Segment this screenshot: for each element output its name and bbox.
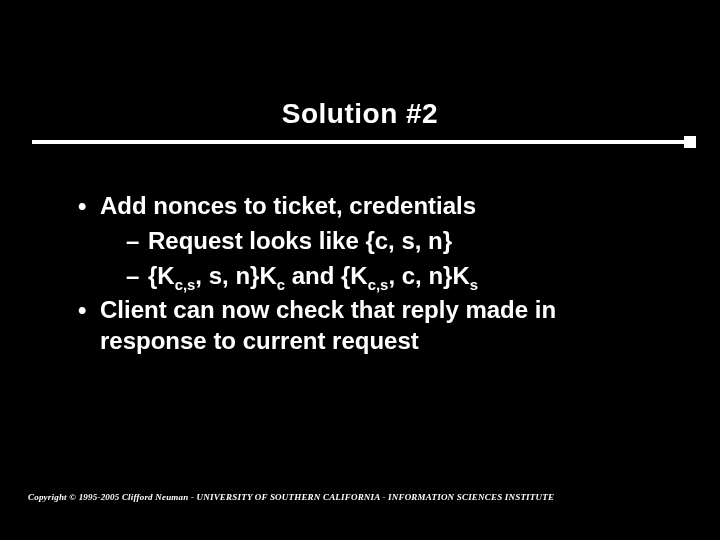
bullet-1b-text: {Kc,s, s, n}Kc and {Kc,s, c, n}Ks	[148, 260, 478, 292]
frag: , s, n}K	[195, 262, 276, 289]
title-underline	[32, 140, 688, 144]
subscript: s	[470, 276, 478, 292]
content-area: • Add nonces to ticket, credentials – Re…	[78, 190, 660, 360]
title-wrap: Solution #2	[0, 98, 720, 130]
bullet-1: • Add nonces to ticket, credentials	[78, 190, 660, 221]
bullet-2-text: Client can now check that reply made in …	[100, 294, 660, 356]
subscript: c,s	[368, 276, 389, 292]
slide: Solution #2 • Add nonces to ticket, cred…	[0, 0, 720, 540]
dash-icon: –	[126, 260, 148, 292]
subscript: c	[277, 276, 285, 292]
bullet-1a: – Request looks like {c, s, n}	[126, 225, 660, 257]
bullet-icon: •	[78, 294, 100, 325]
bullet-1-text: Add nonces to ticket, credentials	[100, 190, 476, 221]
frag: , c, n}K	[388, 262, 469, 289]
frag: and {K	[285, 262, 368, 289]
copyright-footer: Copyright © 1995-2005 Clifford Neuman - …	[28, 492, 554, 502]
bullet-1a-text: Request looks like {c, s, n}	[148, 225, 452, 257]
dash-icon: –	[126, 225, 148, 257]
title-endcap	[684, 136, 696, 148]
slide-title: Solution #2	[0, 98, 720, 130]
bullet-icon: •	[78, 190, 100, 221]
bullet-1b: – {Kc,s, s, n}Kc and {Kc,s, c, n}Ks	[126, 260, 660, 292]
bullet-2: • Client can now check that reply made i…	[78, 294, 660, 356]
frag: {K	[148, 262, 175, 289]
subscript: c,s	[175, 276, 196, 292]
